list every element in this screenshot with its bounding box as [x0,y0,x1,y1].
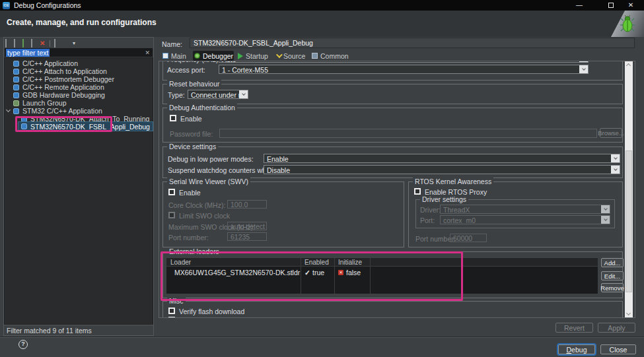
driver-settings-group: Driver settings Driver: ThreadX Port: co… [415,199,615,228]
rtos-port-label: Port: [420,216,435,224]
watchdog-dropdown[interactable]: Disable [264,165,620,174]
help-button[interactable]: ? [18,340,28,349]
device-settings-title: Device settings [167,143,218,151]
chevron-down-icon[interactable] [611,166,620,174]
debug-button[interactable]: Debug [558,344,595,354]
verify-flash-checkbox[interactable] [168,308,175,314]
edit-button[interactable]: Edit... [601,271,624,280]
tree-item-fsbl-appli-debug-selected[interactable]: STM32N6570-DK_FSBL_Appli_Debug [18,121,153,131]
swv-enable-label: Enable [179,189,201,197]
name-field[interactable]: STM32N6570-DK_FSBL_Appli_Debug [190,38,635,48]
frequency-dropdown[interactable]: Auto [219,61,589,63]
tree-item-cpp-remote[interactable]: C/C++ Remote Application [13,83,104,91]
delete-launch-configuration-icon[interactable]: ✕ [40,40,47,48]
column-separator [301,258,301,294]
debug-auth-enable-checkbox[interactable] [170,115,176,121]
initialize-value: false [346,268,361,277]
column-separator [334,258,335,294]
chevron-down-icon[interactable] [611,154,620,162]
tree-item-cpp-application[interactable]: C/C++ Application [13,59,78,67]
reset-behaviour-title: Reset behaviour [167,80,221,88]
filter-launch-configurations-icon[interactable] [63,40,71,48]
gdb-icon [13,92,19,98]
tree-item-label: STM32N6570-DK_FSBL_Appli_Debug [30,123,150,131]
loader-name: MX66UW1G45G_STM32N6570-DK.stldr [174,268,300,277]
tree-item-stm32-application[interactable]: STM32 C/C++ Application [13,107,102,115]
access-port-value: 1 - Cortex-M55 [222,66,268,74]
debug-authentication-title: Debug Authentication [167,104,237,112]
tab-debugger[interactable]: Debugger [193,51,234,61]
filter-status: Filter matched 9 of 11 items [4,325,153,335]
tree-item-label: C/C++ Remote Application [22,83,104,91]
maximize-icon[interactable] [608,3,614,8]
tab-label: Debugger [203,52,233,60]
apply-button: Apply [598,323,635,333]
tree-item-label: C/C++ Application [22,59,78,67]
tree-item-label: C/C++ Postmortem Debugger [22,75,114,83]
watchdog-value: Disable [267,166,290,174]
collapse-all-icon[interactable] [54,40,61,48]
close-icon[interactable]: ✕ [624,1,638,10]
reset-type-dropdown[interactable]: Connect under reset [188,90,248,99]
frequency-label: Frequency (kHz): [167,61,221,63]
password-file-input [219,129,597,138]
swv-title: Serial Wire Viewer (SWV) [167,178,250,186]
tree-item-label: GDB Hardware Debugging [22,91,105,99]
low-power-dropdown[interactable]: Enable [264,154,620,163]
new-launch-configuration-icon[interactable] [5,40,13,48]
clear-filter-icon[interactable]: ✕ [145,49,150,57]
c-application-icon [13,69,19,75]
chevron-down-icon[interactable] [579,65,588,73]
rtos-port-value: cortex_m0 [443,216,476,224]
tab-main[interactable]: Main [161,51,192,61]
cross-icon: ✕ [338,270,343,275]
frequency-value: Auto [222,61,236,63]
bug-icon [620,15,635,33]
c-application-icon [13,84,19,90]
loaders-table[interactable]: Loader Enabled Initialize MX66UW1G45G_ST… [166,257,598,294]
loaders-table-header: Loader Enabled Initialize [166,258,598,267]
scroll-down-icon[interactable] [626,311,631,315]
core-clock-input: 100.0 [227,200,267,209]
minimize-icon[interactable]: — [572,1,587,10]
close-button[interactable]: Close [600,344,636,354]
misc-partial-checkbox[interactable] [168,317,175,318]
swv-enable-checkbox[interactable] [168,189,175,195]
rtos-port-dropdown: cortex_m0 [440,215,610,224]
chevron-down-icon[interactable] [239,90,248,98]
app-icon: IDE [3,2,10,9]
tab-label: Startup [246,52,268,60]
misc-title: Misc [167,297,186,306]
low-power-label: Debug in low power modes: [168,155,254,163]
debug-button-label: ebug [571,346,587,354]
filter-input[interactable]: type filter text ✕ [4,48,153,57]
tree-item-cpp-postmortem[interactable]: C/C++ Postmortem Debugger [13,75,114,83]
duplicate-launch-configuration-icon[interactable] [31,40,38,48]
dialog-subtitle: Create, manage, and run configurations [7,18,157,27]
rtos-proxy-checkbox[interactable] [414,188,421,195]
vertical-scrollbar[interactable] [625,61,633,317]
scroll-up-icon[interactable] [626,63,631,68]
export-launch-configuration-icon[interactable] [22,40,30,48]
tab-source[interactable]: Source [275,51,309,61]
tree-item-cpp-attach[interactable]: C/C++ Attach to Application [13,67,107,75]
new-prototype-icon[interactable] [14,40,21,48]
view-menu-icon[interactable]: ▾ [73,40,80,48]
access-port-dropdown[interactable]: 1 - Cortex-M55 [219,65,589,74]
column-initialize: Initialize [338,259,362,266]
misc-group: Misc Verify flash download [162,301,623,318]
chevron-down-icon[interactable] [579,61,588,62]
remove-button[interactable]: Remove [601,283,624,292]
debugger-tab-content: Frequency (kHz): Auto Access port: 1 - C… [159,61,635,318]
filter-input-text: type filter text [6,49,50,57]
check-icon: ✓ [304,268,310,277]
device-settings-group: Device settings Debug in low power modes… [162,146,623,178]
tab-startup[interactable]: Startup [236,51,272,61]
add-button[interactable]: Add... [601,258,624,267]
scrollbar-thumb[interactable] [626,150,632,292]
tree-item-gdb-hardware[interactable]: GDB Hardware Debugging [13,91,105,99]
tree-item-launch-group[interactable]: Launch Group [13,99,67,107]
name-label: Name: [162,40,182,48]
tab-common[interactable]: Common [310,51,347,61]
tab-label: Main [171,52,186,60]
